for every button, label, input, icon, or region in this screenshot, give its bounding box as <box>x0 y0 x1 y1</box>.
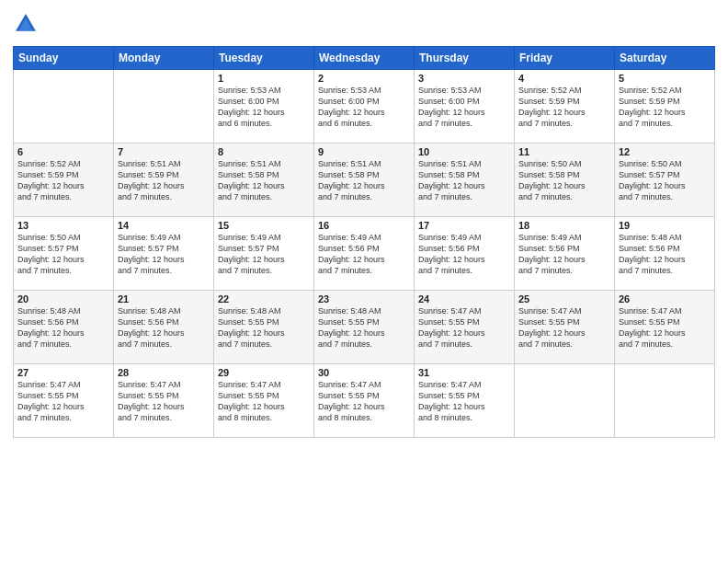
day-info: Sunrise: 5:47 AM Sunset: 5:55 PM Dayligh… <box>17 379 109 424</box>
day-number: 6 <box>17 146 109 157</box>
day-info: Sunrise: 5:48 AM Sunset: 5:56 PM Dayligh… <box>118 305 210 350</box>
day-cell: 3Sunrise: 5:53 AM Sunset: 6:00 PM Daylig… <box>415 70 515 144</box>
day-info: Sunrise: 5:50 AM Sunset: 5:57 PM Dayligh… <box>17 232 109 277</box>
day-info: Sunrise: 5:50 AM Sunset: 5:57 PM Dayligh… <box>619 158 711 203</box>
day-number: 29 <box>218 367 310 378</box>
day-info: Sunrise: 5:47 AM Sunset: 5:55 PM Dayligh… <box>619 305 711 350</box>
day-info: Sunrise: 5:48 AM Sunset: 5:56 PM Dayligh… <box>619 232 711 277</box>
day-info: Sunrise: 5:47 AM Sunset: 5:55 PM Dayligh… <box>318 379 410 424</box>
week-row-2: 6Sunrise: 5:52 AM Sunset: 5:59 PM Daylig… <box>14 144 715 217</box>
day-number: 22 <box>218 293 310 304</box>
day-cell: 10Sunrise: 5:51 AM Sunset: 5:58 PM Dayli… <box>415 144 515 217</box>
day-info: Sunrise: 5:52 AM Sunset: 5:59 PM Dayligh… <box>17 158 109 203</box>
day-cell: 25Sunrise: 5:47 AM Sunset: 5:55 PM Dayli… <box>515 291 615 364</box>
day-info: Sunrise: 5:53 AM Sunset: 6:00 PM Dayligh… <box>318 85 410 130</box>
day-number: 30 <box>318 367 410 378</box>
day-number: 10 <box>418 146 510 157</box>
day-info: Sunrise: 5:51 AM Sunset: 5:59 PM Dayligh… <box>118 158 210 203</box>
day-number: 20 <box>17 293 109 304</box>
day-info: Sunrise: 5:47 AM Sunset: 5:55 PM Dayligh… <box>218 379 310 424</box>
day-number: 5 <box>619 73 711 84</box>
day-info: Sunrise: 5:52 AM Sunset: 5:59 PM Dayligh… <box>518 85 610 130</box>
day-number: 3 <box>418 73 510 84</box>
calendar: SundayMondayTuesdayWednesdayThursdayFrid… <box>13 46 715 438</box>
weekday-header-monday: Monday <box>114 47 214 70</box>
day-cell: 28Sunrise: 5:47 AM Sunset: 5:55 PM Dayli… <box>114 364 214 438</box>
day-cell: 22Sunrise: 5:48 AM Sunset: 5:55 PM Dayli… <box>214 291 314 364</box>
day-number: 14 <box>118 220 210 231</box>
day-number: 15 <box>218 220 310 231</box>
day-number: 27 <box>17 367 109 378</box>
day-cell: 7Sunrise: 5:51 AM Sunset: 5:59 PM Daylig… <box>114 144 214 217</box>
day-cell: 21Sunrise: 5:48 AM Sunset: 5:56 PM Dayli… <box>114 291 214 364</box>
day-cell: 14Sunrise: 5:49 AM Sunset: 5:57 PM Dayli… <box>114 217 214 291</box>
day-number: 13 <box>17 220 109 231</box>
header <box>13 11 715 37</box>
day-cell: 15Sunrise: 5:49 AM Sunset: 5:57 PM Dayli… <box>214 217 314 291</box>
day-number: 24 <box>418 293 510 304</box>
day-info: Sunrise: 5:48 AM Sunset: 5:56 PM Dayligh… <box>17 305 109 350</box>
day-cell <box>14 70 114 144</box>
day-cell: 1Sunrise: 5:53 AM Sunset: 6:00 PM Daylig… <box>214 70 314 144</box>
week-row-1: 1Sunrise: 5:53 AM Sunset: 6:00 PM Daylig… <box>14 70 715 144</box>
day-number: 25 <box>518 293 610 304</box>
day-cell: 26Sunrise: 5:47 AM Sunset: 5:55 PM Dayli… <box>615 291 715 364</box>
day-info: Sunrise: 5:51 AM Sunset: 5:58 PM Dayligh… <box>318 158 410 203</box>
day-cell: 9Sunrise: 5:51 AM Sunset: 5:58 PM Daylig… <box>314 144 415 217</box>
day-cell: 5Sunrise: 5:52 AM Sunset: 5:59 PM Daylig… <box>615 70 715 144</box>
day-cell: 4Sunrise: 5:52 AM Sunset: 5:59 PM Daylig… <box>515 70 615 144</box>
day-number: 12 <box>619 146 711 157</box>
day-info: Sunrise: 5:51 AM Sunset: 5:58 PM Dayligh… <box>218 158 310 203</box>
day-cell: 17Sunrise: 5:49 AM Sunset: 5:56 PM Dayli… <box>415 217 515 291</box>
day-cell: 24Sunrise: 5:47 AM Sunset: 5:55 PM Dayli… <box>415 291 515 364</box>
day-number: 31 <box>418 367 510 378</box>
weekday-header-saturday: Saturday <box>615 47 715 70</box>
day-number: 7 <box>118 146 210 157</box>
day-number: 17 <box>418 220 510 231</box>
logo <box>13 11 42 37</box>
day-number: 9 <box>318 146 410 157</box>
day-cell: 8Sunrise: 5:51 AM Sunset: 5:58 PM Daylig… <box>214 144 314 217</box>
day-number: 4 <box>518 73 610 84</box>
day-cell: 23Sunrise: 5:48 AM Sunset: 5:55 PM Dayli… <box>314 291 415 364</box>
day-cell: 19Sunrise: 5:48 AM Sunset: 5:56 PM Dayli… <box>615 217 715 291</box>
day-info: Sunrise: 5:49 AM Sunset: 5:56 PM Dayligh… <box>518 232 610 277</box>
weekday-header-wednesday: Wednesday <box>314 47 415 70</box>
weekday-header-tuesday: Tuesday <box>214 47 314 70</box>
week-row-5: 27Sunrise: 5:47 AM Sunset: 5:55 PM Dayli… <box>14 364 715 438</box>
day-cell: 12Sunrise: 5:50 AM Sunset: 5:57 PM Dayli… <box>615 144 715 217</box>
weekday-header-row: SundayMondayTuesdayWednesdayThursdayFrid… <box>14 47 715 70</box>
day-number: 2 <box>318 73 410 84</box>
day-number: 19 <box>619 220 711 231</box>
day-info: Sunrise: 5:48 AM Sunset: 5:55 PM Dayligh… <box>218 305 310 350</box>
day-cell: 11Sunrise: 5:50 AM Sunset: 5:58 PM Dayli… <box>515 144 615 217</box>
day-number: 11 <box>518 146 610 157</box>
day-info: Sunrise: 5:51 AM Sunset: 5:58 PM Dayligh… <box>418 158 510 203</box>
day-cell <box>114 70 214 144</box>
day-cell: 27Sunrise: 5:47 AM Sunset: 5:55 PM Dayli… <box>14 364 114 438</box>
day-cell <box>615 364 715 438</box>
day-number: 8 <box>218 146 310 157</box>
day-info: Sunrise: 5:53 AM Sunset: 6:00 PM Dayligh… <box>418 85 510 130</box>
day-cell: 20Sunrise: 5:48 AM Sunset: 5:56 PM Dayli… <box>14 291 114 364</box>
day-info: Sunrise: 5:50 AM Sunset: 5:58 PM Dayligh… <box>518 158 610 203</box>
day-cell: 18Sunrise: 5:49 AM Sunset: 5:56 PM Dayli… <box>515 217 615 291</box>
day-info: Sunrise: 5:49 AM Sunset: 5:56 PM Dayligh… <box>318 232 410 277</box>
weekday-header-sunday: Sunday <box>14 47 114 70</box>
logo-icon <box>13 11 39 37</box>
day-info: Sunrise: 5:49 AM Sunset: 5:56 PM Dayligh… <box>418 232 510 277</box>
day-info: Sunrise: 5:49 AM Sunset: 5:57 PM Dayligh… <box>218 232 310 277</box>
day-number: 23 <box>318 293 410 304</box>
day-info: Sunrise: 5:53 AM Sunset: 6:00 PM Dayligh… <box>218 85 310 130</box>
day-cell <box>515 364 615 438</box>
day-info: Sunrise: 5:47 AM Sunset: 5:55 PM Dayligh… <box>418 379 510 424</box>
day-number: 16 <box>318 220 410 231</box>
day-number: 26 <box>619 293 711 304</box>
day-number: 18 <box>518 220 610 231</box>
week-row-4: 20Sunrise: 5:48 AM Sunset: 5:56 PM Dayli… <box>14 291 715 364</box>
day-cell: 31Sunrise: 5:47 AM Sunset: 5:55 PM Dayli… <box>415 364 515 438</box>
day-cell: 2Sunrise: 5:53 AM Sunset: 6:00 PM Daylig… <box>314 70 415 144</box>
day-number: 21 <box>118 293 210 304</box>
day-info: Sunrise: 5:47 AM Sunset: 5:55 PM Dayligh… <box>518 305 610 350</box>
day-info: Sunrise: 5:47 AM Sunset: 5:55 PM Dayligh… <box>418 305 510 350</box>
